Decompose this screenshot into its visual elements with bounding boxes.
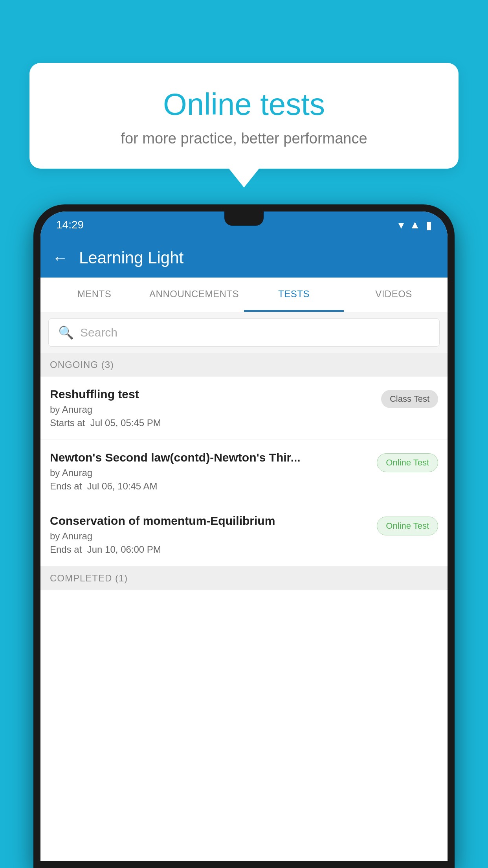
test-badge: Online Test <box>377 517 438 535</box>
status-icons: ▾ ▲ ▮ <box>398 219 432 232</box>
test-badge: Online Test <box>377 453 438 472</box>
test-date: Starts at Jul 05, 05:45 PM <box>50 417 375 428</box>
search-placeholder: Search <box>80 326 117 339</box>
tab-announcements[interactable]: ANNOUNCEMENTS <box>144 278 244 312</box>
ongoing-section-header: ONGOING (3) <box>40 353 448 377</box>
test-name: Newton's Second law(contd)-Newton's Thir… <box>50 451 371 464</box>
tab-tests[interactable]: TESTS <box>244 278 344 312</box>
phone-frame: 14:29 ▾ ▲ ▮ ← Learning Light MENTS ANNOU… <box>33 204 455 868</box>
test-item[interactable]: Reshuffling test by Anurag Starts at Jul… <box>40 377 448 440</box>
test-info: Reshuffling test by Anurag Starts at Jul… <box>50 388 375 428</box>
test-date: Ends at Jul 06, 10:45 AM <box>50 481 371 492</box>
test-info: Newton's Second law(contd)-Newton's Thir… <box>50 451 371 492</box>
search-input-wrapper[interactable]: 🔍 Search <box>48 318 440 347</box>
phone-screen: 14:29 ▾ ▲ ▮ ← Learning Light MENTS ANNOU… <box>40 211 448 861</box>
test-badge: Class Test <box>381 390 438 408</box>
test-author: by Anurag <box>50 404 375 415</box>
test-name: Conservation of momentum-Equilibrium <box>50 514 371 528</box>
tab-ments[interactable]: MENTS <box>44 278 144 312</box>
promo-bubble: Online tests for more practice, better p… <box>29 63 459 169</box>
tabs-bar: MENTS ANNOUNCEMENTS TESTS VIDEOS <box>40 278 448 312</box>
test-item[interactable]: Conservation of momentum-Equilibrium by … <box>40 503 448 566</box>
battery-icon: ▮ <box>426 219 432 232</box>
test-author: by Anurag <box>50 467 371 478</box>
bubble-subtitle: for more practice, better performance <box>49 130 439 147</box>
status-time: 14:29 <box>56 219 84 231</box>
test-date: Ends at Jun 10, 06:00 PM <box>50 544 371 555</box>
test-author: by Anurag <box>50 531 371 542</box>
test-item[interactable]: Newton's Second law(contd)-Newton's Thir… <box>40 440 448 503</box>
signal-icon: ▲ <box>409 219 420 231</box>
back-button[interactable]: ← <box>52 249 68 267</box>
completed-section-header: COMPLETED (1) <box>40 566 448 590</box>
app-bar: ← Learning Light <box>40 238 448 278</box>
search-bar-container: 🔍 Search <box>40 312 448 353</box>
test-list: Reshuffling test by Anurag Starts at Jul… <box>40 377 448 861</box>
test-info: Conservation of momentum-Equilibrium by … <box>50 514 371 555</box>
app-title: Learning Light <box>79 248 183 267</box>
tab-videos[interactable]: VIDEOS <box>344 278 444 312</box>
wifi-icon: ▾ <box>398 219 404 232</box>
search-icon: 🔍 <box>58 325 74 340</box>
phone-notch <box>224 211 264 226</box>
bubble-title: Online tests <box>49 86 439 122</box>
test-name: Reshuffling test <box>50 388 375 401</box>
